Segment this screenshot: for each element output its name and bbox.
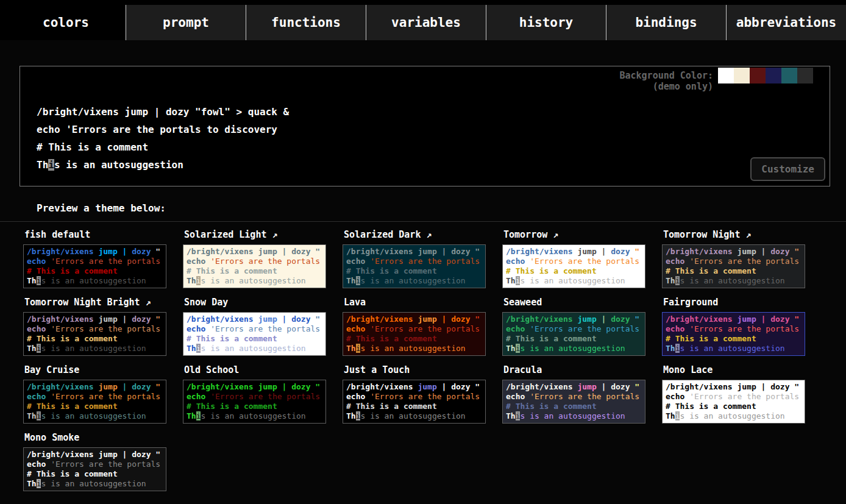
preview-line-comment: # This is a comment bbox=[187, 334, 322, 344]
theme-preview[interactable]: /bright/vixens jump | dozy "echo 'Errors… bbox=[343, 244, 486, 288]
theme-preview[interactable]: /bright/vixens jump | dozy "echo 'Errors… bbox=[502, 380, 645, 424]
theme-preview[interactable]: /bright/vixens jump | dozy "echo 'Errors… bbox=[23, 244, 166, 288]
theme-title[interactable]: Solarized Dark ↗ bbox=[344, 229, 502, 240]
theme-title[interactable]: Old School bbox=[184, 364, 343, 375]
code-segment: /bright/vixens bbox=[506, 314, 577, 324]
theme-preview[interactable]: /bright/vixens jump | dozy "echo 'Errors… bbox=[502, 312, 645, 356]
theme-preview[interactable]: /bright/vixens jump | dozy "echo 'Errors… bbox=[662, 380, 805, 424]
code-segment: 'Errors are the portals to discovery bbox=[51, 257, 163, 266]
code-segment: # This is a comment bbox=[27, 469, 118, 478]
code-segment: # This is a comment bbox=[187, 402, 277, 411]
theme-title[interactable]: Tomorrow Night ↗ bbox=[663, 229, 822, 240]
preview-line-autosuggestion: This is an autosuggestion bbox=[346, 411, 482, 421]
code-segment: /bright/vixens bbox=[666, 247, 737, 256]
theme-preview[interactable]: /bright/vixens jump | dozy "echo 'Errors… bbox=[662, 312, 805, 356]
theme-title[interactable]: Snow Day bbox=[184, 297, 343, 308]
code-segment: Th bbox=[666, 344, 675, 353]
background-swatch-navy[interactable] bbox=[766, 68, 781, 83]
background-swatch-black[interactable] bbox=[813, 68, 829, 83]
code-segment: jump bbox=[577, 247, 601, 256]
code-segment: dozy bbox=[291, 382, 315, 391]
code-segment: /bright/vixens bbox=[187, 382, 258, 391]
background-swatch-teal[interactable] bbox=[781, 68, 797, 83]
theme-preview[interactable]: /bright/vixens jump | dozy "echo 'Errors… bbox=[23, 312, 166, 356]
preview-line-command: /bright/vixens jump | dozy " bbox=[27, 247, 163, 257]
code-segment: jump bbox=[418, 247, 441, 256]
code-segment: | bbox=[123, 382, 132, 391]
theme-title[interactable]: Tomorrow Night Bright ↗ bbox=[24, 297, 183, 308]
code-segment: # This is a comment bbox=[187, 266, 277, 275]
code-segment: jump bbox=[258, 247, 282, 256]
code-segment: Th bbox=[666, 411, 675, 421]
theme-card: Tomorrow Night Bright ↗/bright/vixens ju… bbox=[23, 296, 183, 356]
theme-card: Tomorrow Night ↗/bright/vixens jump | do… bbox=[662, 228, 822, 288]
theme-title[interactable]: Seaweed bbox=[503, 297, 662, 308]
preview-line-string: echo 'Errors are the portals to discover… bbox=[666, 257, 802, 266]
code-segment: dozy bbox=[451, 247, 475, 256]
preview-line-comment: # This is a comment bbox=[506, 402, 642, 411]
preview-line-comment: # This is a comment bbox=[346, 402, 482, 411]
theme-preview[interactable]: /bright/vixens jump | dozy "echo 'Errors… bbox=[662, 244, 805, 288]
preview-line-comment: # This is a comment bbox=[27, 402, 163, 411]
code-segment: /bright/vixens bbox=[346, 247, 418, 256]
theme-title[interactable]: Solarized Light ↗ bbox=[184, 229, 343, 240]
theme-preview[interactable]: /bright/vixens jump | dozy "echo 'Errors… bbox=[502, 244, 645, 288]
theme-preview[interactable]: /bright/vixens jump | dozy "echo 'Errors… bbox=[23, 380, 166, 424]
code-segment: jump bbox=[98, 314, 122, 324]
code-segment: echo bbox=[187, 257, 210, 266]
preview-line-string: echo 'Errors are the portals to discover… bbox=[187, 257, 322, 266]
code-segment: s is an autosuggestion bbox=[41, 276, 146, 285]
code-segment: s is an autosuggestion bbox=[520, 276, 625, 285]
code-segment: Th bbox=[346, 276, 356, 285]
code-segment: echo bbox=[27, 460, 51, 469]
preview-line-command: /bright/vixens jump | dozy " bbox=[187, 382, 322, 392]
theme-preview[interactable]: /bright/vixens jump | dozy "echo 'Errors… bbox=[343, 380, 486, 424]
code-segment: /bright/vixens bbox=[27, 382, 98, 391]
preview-line-autosuggestion: This is an autosuggestion bbox=[666, 411, 802, 421]
background-swatch-white[interactable] bbox=[718, 68, 734, 83]
code-segment: /bright/vixens bbox=[187, 314, 258, 324]
tab-variables[interactable]: variables bbox=[366, 5, 486, 40]
preview-line-autosuggestion: This is an autosuggestion bbox=[666, 276, 802, 286]
code-segment: # This is a comment bbox=[666, 266, 756, 275]
preview-line-comment: # This is a comment bbox=[506, 334, 642, 344]
theme-preview[interactable]: /bright/vixens jump | dozy "echo 'Errors… bbox=[183, 312, 326, 356]
code-segment: Th bbox=[187, 344, 196, 353]
tab-prompt[interactable]: prompt bbox=[126, 5, 246, 40]
theme-title[interactable]: Dracula bbox=[503, 364, 662, 375]
code-segment: echo bbox=[187, 324, 210, 333]
code-segment: jump bbox=[258, 314, 282, 324]
background-swatch-charcoal[interactable] bbox=[797, 68, 813, 83]
background-color-label: Background Color: (demo only) bbox=[619, 70, 713, 92]
preview-line-autosuggestion: This is an autosuggestion bbox=[506, 344, 642, 353]
theme-title[interactable]: Just a Touch bbox=[344, 364, 502, 375]
theme-preview[interactable]: /bright/vixens jump | dozy "echo 'Errors… bbox=[343, 312, 486, 356]
tab-abbreviations[interactable]: abbreviations bbox=[727, 5, 846, 40]
typed-text: Th bbox=[37, 159, 48, 171]
theme-preview[interactable]: /bright/vixens jump | dozy "echo 'Errors… bbox=[23, 447, 166, 491]
theme-title[interactable]: Bay Cruise bbox=[24, 364, 183, 375]
theme-title[interactable]: Lava bbox=[344, 297, 502, 308]
tab-history[interactable]: history bbox=[486, 5, 606, 40]
code-segment: Th bbox=[187, 411, 196, 421]
theme-preview[interactable]: /bright/vixens jump | dozy "echo 'Errors… bbox=[183, 380, 326, 424]
background-swatch-cream[interactable] bbox=[734, 68, 750, 83]
theme-preview[interactable]: /bright/vixens jump | dozy "echo 'Errors… bbox=[183, 244, 326, 288]
tab-bindings[interactable]: bindings bbox=[606, 5, 727, 40]
theme-card: Bay Cruise/bright/vixens jump | dozy "ec… bbox=[23, 363, 183, 424]
tab-functions[interactable]: functions bbox=[246, 5, 366, 40]
code-segment: s is an autosuggestion bbox=[680, 344, 784, 353]
theme-title[interactable]: Mono Lace bbox=[663, 364, 822, 375]
theme-title[interactable]: Tomorrow ↗ bbox=[503, 229, 662, 240]
theme-card: Tomorrow ↗/bright/vixens jump | dozy "ec… bbox=[502, 228, 662, 288]
code-segment: /bright/vixens bbox=[346, 314, 418, 324]
code-segment: " bbox=[315, 382, 320, 391]
customize-button[interactable]: Customize bbox=[750, 157, 825, 181]
code-segment: jump bbox=[98, 247, 122, 256]
tab-colors[interactable]: colors bbox=[6, 5, 126, 40]
theme-title[interactable]: fish default bbox=[24, 229, 183, 240]
theme-title[interactable]: Mono Smoke bbox=[24, 432, 183, 443]
theme-title[interactable]: Fairground bbox=[663, 297, 822, 308]
code-segment: 'Errors are the portals to discovery bbox=[370, 392, 482, 401]
background-swatch-dark-red[interactable] bbox=[750, 68, 766, 83]
